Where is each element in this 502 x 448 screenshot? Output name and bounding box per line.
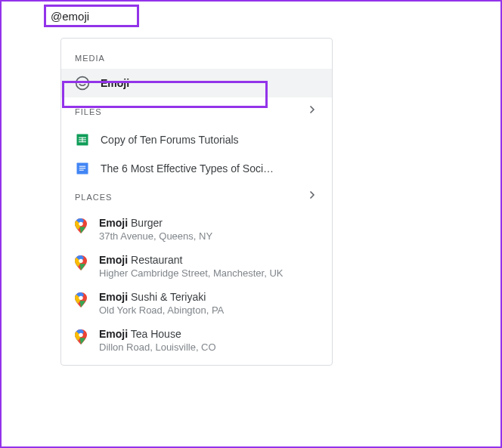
maps-pin-icon (75, 255, 87, 270)
place-address: Old York Road, Abington, PA (99, 304, 224, 316)
places-section-header[interactable]: PLACES (61, 183, 332, 211)
svg-rect-9 (79, 166, 85, 167)
place-name: Emoji Sushi & Teriyaki (99, 291, 224, 303)
svg-point-13 (79, 259, 82, 263)
place-item-3[interactable]: Emoji Tea House Dillon Road, Louisville,… (61, 322, 332, 359)
svg-point-15 (79, 333, 82, 337)
svg-point-12 (79, 222, 82, 226)
svg-rect-10 (79, 168, 85, 168)
svg-rect-7 (82, 137, 82, 143)
maps-pin-icon (75, 292, 87, 307)
places-label: PLACES (75, 193, 112, 202)
place-item-0[interactable]: Emoji Burger 37th Avenue, Queens, NY (61, 211, 332, 248)
place-name: Emoji Restaurant (99, 254, 284, 266)
maps-pin-icon (75, 218, 87, 233)
svg-point-1 (79, 81, 81, 82)
files-section-header[interactable]: FILES (61, 97, 332, 125)
emoji-item-label: Emoji (101, 77, 129, 89)
place-content: Emoji Sushi & Teriyaki Old York Road, Ab… (99, 291, 224, 316)
file-item-docs[interactable]: The 6 Most Effective Types of Soci… (61, 154, 332, 183)
input-text: @emoji (51, 10, 89, 23)
maps-pin-icon (75, 329, 87, 344)
place-item-1[interactable]: Emoji Restaurant Higher Cambridge Street… (61, 248, 332, 285)
chevron-right-icon (306, 104, 318, 119)
place-content: Emoji Burger 37th Avenue, Queens, NY (99, 217, 212, 242)
sheets-icon (75, 132, 90, 147)
place-address: Dillon Road, Louisville, CO (99, 341, 216, 353)
svg-rect-11 (79, 170, 84, 171)
place-name: Emoji Tea House (99, 328, 216, 340)
place-address: Higher Cambridge Street, Manchester, UK (99, 267, 284, 279)
svg-point-0 (76, 77, 89, 90)
media-section-header: MEDIA (61, 48, 332, 69)
file-item-label: Copy of Ten Forums Tutorials (101, 134, 239, 146)
place-content: Emoji Tea House Dillon Road, Louisville,… (99, 328, 216, 353)
place-name: Emoji Burger (99, 217, 212, 229)
svg-point-14 (79, 296, 82, 300)
smile-icon (75, 76, 90, 91)
files-label: FILES (75, 107, 102, 116)
place-address: 37th Avenue, Queens, NY (99, 230, 212, 242)
docs-icon (75, 161, 90, 176)
svg-point-2 (84, 81, 85, 82)
file-item-label: The 6 Most Effective Types of Soci… (101, 162, 274, 175)
place-content: Emoji Restaurant Higher Cambridge Street… (99, 254, 284, 279)
file-item-sheets[interactable]: Copy of Ten Forums Tutorials (61, 125, 332, 154)
chevron-right-icon (306, 189, 318, 205)
media-label: MEDIA (75, 54, 105, 63)
mention-input-box[interactable]: @emoji (44, 5, 139, 27)
mention-dropdown: MEDIA Emoji FILES Copy of Ten Forums Tut… (60, 38, 333, 366)
place-item-2[interactable]: Emoji Sushi & Teriyaki Old York Road, Ab… (61, 285, 332, 322)
emoji-item[interactable]: Emoji (61, 69, 332, 97)
